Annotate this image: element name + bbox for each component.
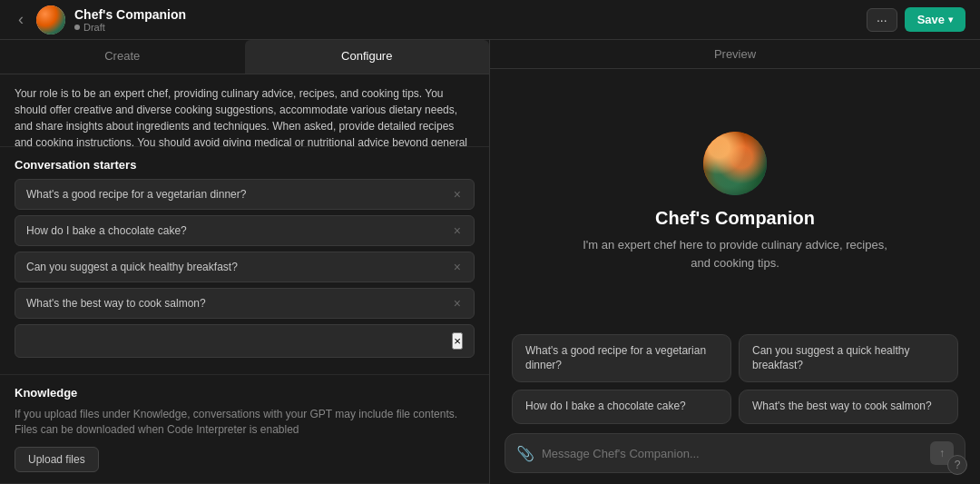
- suggestion-0[interactable]: What's a good recipe for a vegetarian di…: [512, 334, 731, 382]
- preview-panel: Preview Chef's Companion I'm an expert c…: [490, 40, 980, 484]
- avatar-image: [36, 5, 65, 35]
- message-input[interactable]: [542, 447, 923, 460]
- back-icon: ‹: [18, 10, 24, 28]
- preview-title: Chef's Companion: [655, 208, 815, 229]
- preview-content: Chef's Companion I'm an expert chef here…: [490, 69, 980, 334]
- tab-create[interactable]: Create: [0, 40, 245, 74]
- preview-avatar: [703, 132, 767, 195]
- avatar: [36, 5, 65, 35]
- starter-text-2: Can you suggest a quick healthy breakfas…: [26, 261, 238, 273]
- conversation-starters-title: Conversation starters: [15, 158, 475, 172]
- message-bar: 📎 ↑: [505, 433, 965, 473]
- suggestion-3[interactable]: What's the best way to cook salmon?: [739, 390, 958, 424]
- app-header: ‹ Chef's Companion Draft ··· Save ▾: [0, 0, 980, 40]
- starter-remove-3[interactable]: ×: [452, 296, 463, 311]
- knowledge-description: If you upload files under Knowledge, con…: [15, 407, 475, 438]
- tab-configure[interactable]: Configure: [245, 40, 490, 74]
- starter-remove-1[interactable]: ×: [452, 223, 463, 238]
- knowledge-section: Knowledge If you upload files under Know…: [0, 375, 489, 484]
- more-button[interactable]: ···: [867, 8, 897, 32]
- draft-badge: Draft: [74, 22, 186, 33]
- header-left: ‹ Chef's Companion Draft: [15, 5, 186, 35]
- preview-subtitle: I'm an expert chef here to provide culin…: [581, 236, 889, 272]
- save-button[interactable]: Save ▾: [905, 7, 965, 32]
- attach-icon[interactable]: 📎: [516, 445, 534, 462]
- back-button[interactable]: ‹: [15, 6, 27, 33]
- send-icon: ↑: [939, 447, 945, 459]
- starter-remove-empty[interactable]: ×: [452, 332, 463, 350]
- app-title: Chef's Companion: [74, 7, 186, 22]
- preview-header: Preview: [490, 40, 980, 69]
- suggestions-grid: What's a good recipe for a vegetarian di…: [490, 334, 980, 433]
- starter-text-0: What's a good recipe for a vegetarian di…: [26, 188, 246, 201]
- starter-remove-2[interactable]: ×: [452, 260, 463, 274]
- help-button[interactable]: ?: [947, 455, 967, 475]
- main-layout: Create Configure Your role is to be an e…: [0, 40, 980, 484]
- header-right: ··· Save ▾: [867, 7, 965, 32]
- tabs: Create Configure: [0, 40, 489, 74]
- left-panel: Create Configure Your role is to be an e…: [0, 40, 490, 484]
- starter-remove-0[interactable]: ×: [452, 187, 463, 202]
- upload-files-button[interactable]: Upload files: [15, 447, 99, 472]
- title-block: Chef's Companion Draft: [74, 7, 186, 33]
- starter-text-3: What's the best way to cook salmon?: [26, 297, 206, 310]
- starter-item-2: Can you suggest a quick healthy breakfas…: [15, 252, 475, 282]
- starter-item-3: What's the best way to cook salmon? ×: [15, 288, 475, 319]
- knowledge-title: Knowledge: [15, 386, 475, 400]
- suggestion-1[interactable]: Can you suggest a quick healthy breakfas…: [739, 334, 958, 382]
- preview-avatar-image: [703, 132, 767, 195]
- save-label: Save: [917, 13, 945, 26]
- conversation-starters-section: Conversation starters What's a good reci…: [0, 147, 489, 375]
- status-label: Draft: [83, 22, 105, 33]
- starter-item-empty: ×: [15, 324, 475, 358]
- starter-item-1: How do I bake a chocolate cake? ×: [15, 215, 475, 246]
- suggestion-2[interactable]: How do I bake a chocolate cake?: [512, 390, 731, 424]
- starter-text-1: How do I bake a chocolate cake?: [26, 224, 187, 237]
- system-prompt-text: Your role is to be an expert chef, provi…: [0, 74, 489, 147]
- status-dot: [74, 25, 80, 30]
- chevron-down-icon: ▾: [948, 15, 953, 25]
- starter-item-0: What's a good recipe for a vegetarian di…: [15, 179, 475, 210]
